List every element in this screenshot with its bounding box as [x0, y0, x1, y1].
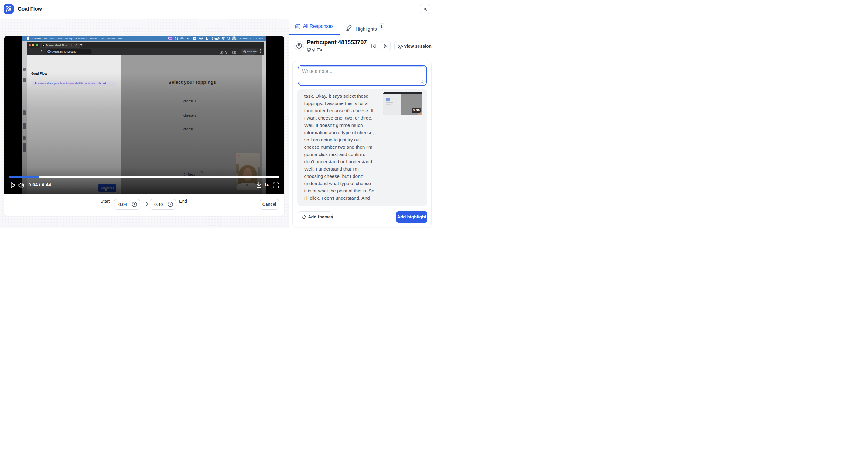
- svg-text:A: A: [194, 37, 196, 40]
- svg-text:V: V: [187, 37, 189, 40]
